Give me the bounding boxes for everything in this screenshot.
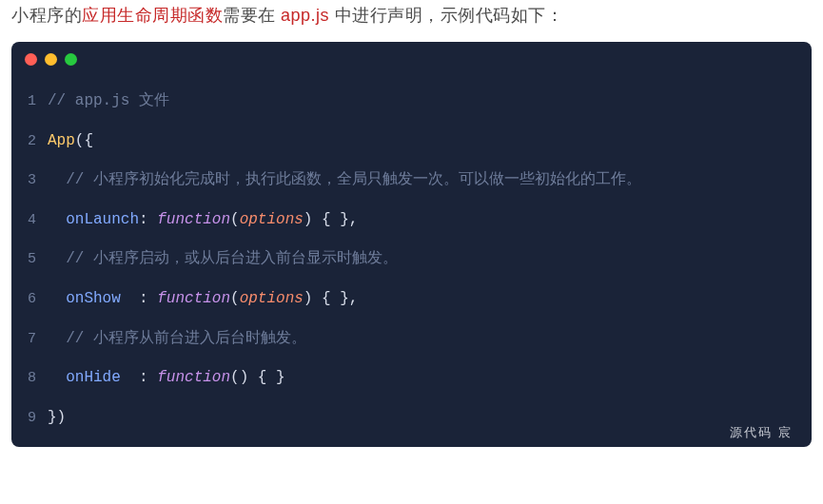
code-line: 5 // 小程序启动，或从后台进入前台显示时触发。: [11, 240, 812, 280]
code-content: onHide : function() { }: [48, 359, 285, 398]
code-token: (: [230, 290, 240, 307]
code-token: // app.js 文件: [48, 92, 169, 109]
code-token: options: [240, 290, 304, 307]
code-token: :: [139, 211, 157, 228]
code-token: options: [240, 211, 304, 228]
code-token: ) { },: [304, 290, 359, 307]
intro-mid: 需要在: [223, 6, 281, 25]
line-number: 5: [11, 241, 48, 278]
code-token: [48, 171, 66, 188]
code-token: function: [157, 290, 230, 307]
line-number: 4: [11, 202, 48, 239]
code-line: 2App({: [11, 122, 812, 162]
code-content: App({: [48, 122, 93, 162]
code-token: :: [121, 369, 157, 386]
code-token: // 小程序初始化完成时，执行此函数，全局只触发一次。可以做一些初始化的工作。: [66, 171, 641, 188]
window-dot-zoom-icon: [65, 53, 77, 66]
watermark: 源代码 宸: [730, 424, 793, 441]
code-token: [48, 290, 66, 307]
line-number: 3: [11, 162, 48, 199]
code-line: 8 onHide : function() { }: [11, 359, 812, 398]
code-token: [48, 330, 66, 347]
code-content: }): [48, 398, 66, 438]
code-token: // 小程序从前台进入后台时触发。: [66, 330, 306, 347]
code-line: 4 onLaunch: function(options) { },: [11, 201, 812, 241]
code-token: ) { },: [304, 211, 359, 228]
window-titlebar: [11, 42, 812, 76]
code-token: App: [48, 132, 75, 149]
code-token: // 小程序启动，或从后台进入前台显示时触发。: [66, 250, 398, 267]
code-content: // 小程序从前台进入后台时触发。: [48, 320, 306, 359]
code-line: 7 // 小程序从前台进入后台时触发。: [11, 320, 812, 359]
intro-pre: 小程序的: [11, 6, 82, 25]
code-content: // app.js 文件: [48, 82, 169, 122]
intro-text: 小程序的应用生命周期函数需要在 app.js 中进行声明，示例代码如下：: [0, 0, 823, 42]
code-line: 1// app.js 文件: [11, 82, 812, 122]
line-number: 2: [11, 123, 48, 160]
code-token: () { }: [230, 369, 285, 386]
intro-highlight-2: app.js: [281, 6, 329, 25]
code-window: 1// app.js 文件2App({3 // 小程序初始化完成时，执行此函数，…: [11, 42, 812, 447]
window-dot-close-icon: [25, 53, 37, 66]
code-token: (: [230, 211, 240, 228]
line-number: 9: [11, 399, 48, 436]
code-line: 3 // 小程序初始化完成时，执行此函数，全局只触发一次。可以做一些初始化的工作…: [11, 161, 812, 201]
code-token: [48, 250, 66, 267]
line-number: 7: [11, 320, 48, 358]
code-content: // 小程序启动，或从后台进入前台显示时触发。: [48, 240, 398, 280]
code-body: 1// app.js 文件2App({3 // 小程序初始化完成时，执行此函数，…: [11, 76, 812, 447]
intro-highlight-1: 应用生命周期函数: [82, 6, 223, 25]
line-number: 6: [11, 281, 48, 318]
code-content: onShow : function(options) { },: [48, 280, 358, 320]
code-token: [48, 211, 66, 228]
code-token: onHide: [66, 369, 121, 386]
line-number: 1: [11, 83, 48, 120]
line-number: 8: [11, 359, 48, 397]
code-line: 6 onShow : function(options) { },: [11, 280, 812, 320]
code-token: function: [157, 211, 230, 228]
intro-post: 中进行声明，示例代码如下：: [329, 6, 563, 25]
code-token: :: [121, 290, 157, 307]
window-dot-minimize-icon: [45, 53, 57, 66]
code-token: }): [48, 409, 66, 426]
code-token: ({: [75, 132, 93, 149]
code-token: onShow: [66, 290, 121, 307]
code-token: function: [157, 369, 230, 386]
code-content: // 小程序初始化完成时，执行此函数，全局只触发一次。可以做一些初始化的工作。: [48, 161, 641, 201]
code-token: [48, 369, 66, 386]
code-token: onLaunch: [66, 211, 139, 228]
code-line: 9}): [11, 398, 812, 438]
code-content: onLaunch: function(options) { },: [48, 201, 358, 241]
